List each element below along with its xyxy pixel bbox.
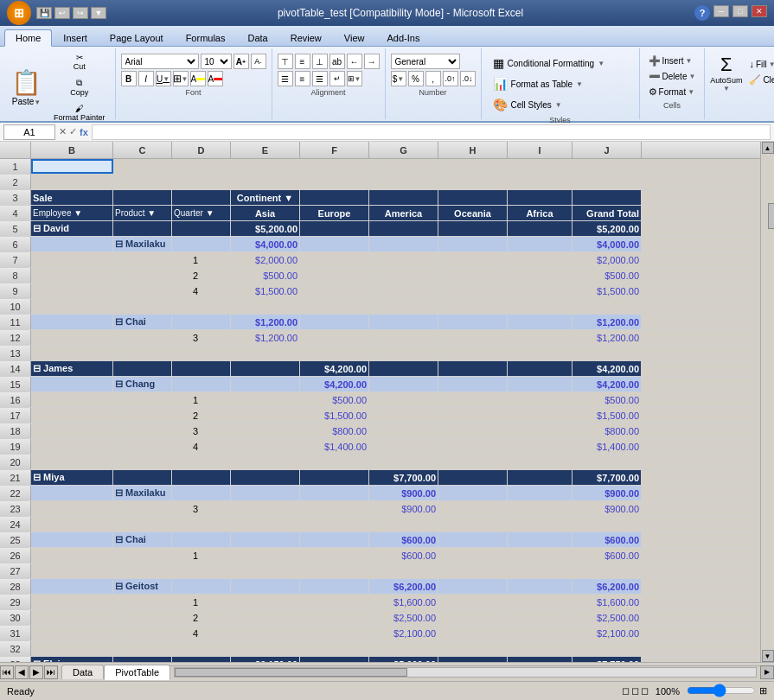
cell-g21[interactable]: $7,700.00 xyxy=(369,470,438,485)
cell-c28[interactable]: ⊟ Geitost xyxy=(113,579,172,594)
cell-f1[interactable] xyxy=(300,159,369,174)
row-num[interactable]: 23 xyxy=(0,501,31,516)
cell-c14[interactable] xyxy=(113,361,172,376)
cell-d32[interactable] xyxy=(172,641,231,656)
insert-function-icon[interactable]: fx xyxy=(80,127,88,137)
cell-j17[interactable]: $1,500.00 xyxy=(573,408,642,423)
cell-b17[interactable] xyxy=(31,408,113,423)
row-num[interactable]: 31 xyxy=(0,626,31,640)
cell-c20[interactable] xyxy=(113,455,172,469)
cell-d18[interactable]: 3 xyxy=(172,423,231,438)
cell-e23[interactable] xyxy=(231,501,300,516)
cell-j20[interactable] xyxy=(573,455,642,469)
name-box[interactable] xyxy=(3,124,55,140)
cell-g4[interactable]: America xyxy=(369,206,438,220)
cell-b14[interactable]: ⊟ James xyxy=(31,361,113,376)
maximize-button[interactable]: □ xyxy=(732,5,748,17)
row-num[interactable]: 7 xyxy=(0,252,31,267)
cell-g9[interactable] xyxy=(369,283,438,298)
cell-i2[interactable] xyxy=(508,175,573,189)
merge-center-button[interactable]: ⊞▼ xyxy=(347,71,362,86)
cell-i32[interactable] xyxy=(508,641,573,656)
office-button[interactable]: ⊞ xyxy=(7,1,31,25)
cell-i21[interactable] xyxy=(508,470,573,485)
cell-f22[interactable] xyxy=(300,486,369,500)
cell-c30[interactable] xyxy=(113,610,172,625)
cell-c25[interactable]: ⊟ Chai xyxy=(113,532,172,547)
row-num[interactable]: 27 xyxy=(0,563,31,578)
cell-e31[interactable] xyxy=(231,626,300,640)
sheet-nav-prev[interactable]: ◀ xyxy=(15,665,29,679)
cell-e30[interactable] xyxy=(231,610,300,625)
cell-e10[interactable] xyxy=(231,299,300,314)
cell-e29[interactable] xyxy=(231,595,300,609)
cell-b13[interactable] xyxy=(31,346,113,360)
cell-j12[interactable]: $1,200.00 xyxy=(573,330,642,345)
cell-j14[interactable]: $4,200.00 xyxy=(573,361,642,376)
cell-i17[interactable] xyxy=(508,408,573,423)
fill-color-button[interactable]: A xyxy=(190,71,206,86)
cell-e21[interactable] xyxy=(231,470,300,485)
cell-f3[interactable] xyxy=(300,190,369,205)
cell-c7[interactable] xyxy=(113,252,172,267)
cell-f11[interactable] xyxy=(300,315,369,329)
cell-h3[interactable] xyxy=(438,190,508,205)
row-num[interactable]: 9 xyxy=(0,283,31,298)
cell-d10[interactable] xyxy=(172,299,231,314)
cell-j22[interactable]: $900.00 xyxy=(573,486,642,500)
row-num[interactable]: 32 xyxy=(0,641,31,656)
tab-insert[interactable]: Insert xyxy=(52,29,99,46)
cell-c17[interactable] xyxy=(113,408,172,423)
cell-c22[interactable]: ⊟ Maxilaku xyxy=(113,486,172,500)
cell-d25[interactable] xyxy=(172,532,231,547)
cell-j23[interactable]: $900.00 xyxy=(573,501,642,516)
cell-i20[interactable] xyxy=(508,455,573,469)
cell-g22[interactable]: $900.00 xyxy=(369,486,438,500)
cell-b19[interactable] xyxy=(31,439,113,454)
cell-b25[interactable] xyxy=(31,532,113,547)
cell-i19[interactable] xyxy=(508,439,573,454)
cell-d17[interactable]: 2 xyxy=(172,408,231,423)
quick-save[interactable]: 💾 xyxy=(36,7,52,19)
align-center-button[interactable]: ≡ xyxy=(295,71,310,86)
zoom-out-button[interactable]: ◻ xyxy=(622,685,630,697)
paste-button[interactable]: 📋 Paste▼ xyxy=(5,66,48,109)
cell-h1[interactable] xyxy=(438,159,508,174)
cell-h14[interactable] xyxy=(438,361,508,376)
cell-j21[interactable]: $7,700.00 xyxy=(573,470,642,485)
cell-b26[interactable] xyxy=(31,548,113,563)
quick-redo[interactable]: ↪ xyxy=(73,7,88,19)
cell-g28[interactable]: $6,200.00 xyxy=(369,579,438,594)
cell-f20[interactable] xyxy=(300,455,369,469)
cell-j7[interactable]: $2,000.00 xyxy=(573,252,642,267)
col-header-e[interactable]: E xyxy=(231,142,300,159)
vertical-scrollbar[interactable]: ▲ ▼ xyxy=(760,142,774,662)
cell-h18[interactable] xyxy=(438,423,508,438)
cell-i23[interactable] xyxy=(508,501,573,516)
cell-g2[interactable] xyxy=(369,175,438,189)
currency-button[interactable]: $▼ xyxy=(391,71,406,86)
tab-home[interactable]: Home xyxy=(4,29,52,47)
cell-d2[interactable] xyxy=(172,175,231,189)
align-right-button[interactable]: ☰ xyxy=(312,71,328,86)
cell-b20[interactable] xyxy=(31,455,113,469)
cell-e13[interactable] xyxy=(231,346,300,360)
cell-f18[interactable]: $800.00 xyxy=(300,423,369,438)
format-button[interactable]: ⚙ Format ▼ xyxy=(645,85,700,99)
cell-d7[interactable]: 1 xyxy=(172,252,231,267)
cell-g19[interactable] xyxy=(369,439,438,454)
cell-g11[interactable] xyxy=(369,315,438,329)
row-num[interactable]: 18 xyxy=(0,423,31,438)
cell-d6[interactable] xyxy=(172,237,231,251)
cell-h4[interactable]: Oceania xyxy=(438,206,508,220)
minimize-button[interactable]: ─ xyxy=(713,5,729,17)
bold-button[interactable]: B xyxy=(121,71,137,86)
cell-i26[interactable] xyxy=(508,548,573,563)
row-num[interactable]: 22 xyxy=(0,486,31,500)
tab-data[interactable]: Data xyxy=(236,29,278,46)
cell-b5[interactable]: ⊟ David xyxy=(31,221,113,236)
comma-button[interactable]: , xyxy=(425,71,441,86)
cell-b16[interactable] xyxy=(31,392,113,407)
align-left-button[interactable]: ☰ xyxy=(278,71,293,86)
cell-g17[interactable] xyxy=(369,408,438,423)
